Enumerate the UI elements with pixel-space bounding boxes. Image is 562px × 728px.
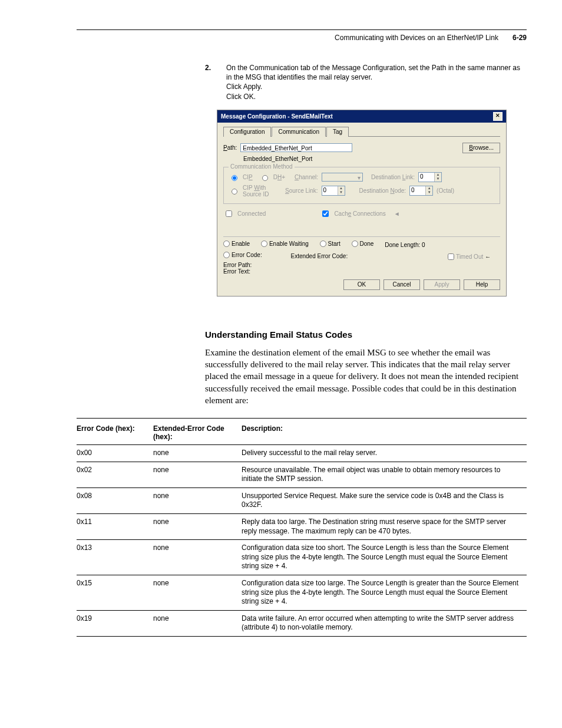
- header-page-number: 6-29: [513, 34, 527, 42]
- dest-link-label: Destination Link:: [371, 174, 415, 180]
- dest-link-spinner[interactable]: 0 ▲▼: [418, 172, 442, 182]
- path-field[interactable]: Embedded_EtherNet_Port: [240, 143, 352, 152]
- table-row: 0x00 none Delivery successful to the mai…: [77, 445, 527, 462]
- table-row: 0x13 none Configuration data size too sh…: [77, 540, 527, 575]
- step-number: 2.: [205, 63, 226, 101]
- channel-dropdown[interactable]: ▾: [322, 173, 363, 182]
- source-link-label: Source Link:: [285, 187, 318, 194]
- status-panel: Enable Enable Waiting Start Done Done Le…: [223, 236, 500, 275]
- table-row: 0x02 none Resource unavailable. The emai…: [77, 462, 527, 487]
- timed-out: Timed Out ←: [445, 252, 491, 262]
- group-title: Communication Method: [229, 163, 295, 170]
- body-paragraph: Examine the destination element of the e…: [205, 347, 527, 406]
- table-row: 0x08 none Unsupported Service Request. M…: [77, 487, 527, 513]
- help-button[interactable]: Help: [464, 279, 500, 290]
- status-done: Done: [352, 241, 374, 247]
- section-heading: Understanding Email Status Codes: [205, 330, 527, 340]
- instruction-step: 2. On the Communication tab of the Messa…: [205, 63, 527, 101]
- error-text: Error Text:: [223, 268, 500, 275]
- table-row: 0x15 none Configuration data size too la…: [77, 575, 527, 610]
- step-line-1: On the Communication tab of the Message …: [226, 63, 527, 82]
- tab-configuration[interactable]: Configuration: [223, 127, 271, 137]
- dialog-titlebar: Message Configuration - SendEMailText ✕: [217, 110, 506, 123]
- error-path: Error Path:: [223, 262, 500, 268]
- dest-node-spinner[interactable]: 0 ▲▼: [409, 186, 433, 196]
- dialog-title-text: Message Configuration - SendEMailText: [221, 113, 333, 120]
- dialog-button-row: OK Cancel Apply Help: [223, 279, 500, 290]
- table-header-ext: Extended-Error Code (hex):: [153, 419, 242, 445]
- dhplus-label: DH+: [273, 174, 285, 180]
- source-link-spinner[interactable]: 0 ▲▼: [322, 186, 345, 196]
- octal-label: (Octal): [437, 187, 454, 194]
- status-error-code: Error Code:: [223, 252, 262, 258]
- error-code-table: Error Code (hex): Extended-Error Code (h…: [77, 418, 527, 637]
- cip-radio[interactable]: [232, 175, 237, 181]
- step-line-2: Click Apply.: [226, 82, 527, 91]
- channel-label: Channel:: [295, 174, 318, 180]
- page-header: Communicating with Devices on an EtherNe…: [77, 34, 527, 42]
- cache-checkbox[interactable]: [322, 210, 329, 217]
- tab-bar: Configuration Communication Tag: [223, 126, 500, 137]
- cancel-button[interactable]: Cancel: [384, 279, 420, 290]
- table-row: 0x19 none Data write failure. An error o…: [77, 610, 527, 636]
- status-enable: Enable: [223, 241, 250, 247]
- path-label: Path:: [223, 144, 237, 151]
- path-echo: Embedded_EtherNet_Port: [243, 156, 312, 162]
- cip-source-radio[interactable]: [232, 189, 237, 195]
- table-header-code: Error Code (hex):: [77, 419, 153, 445]
- dest-node-label: Destination Node:: [359, 187, 406, 194]
- table-row: 0x11 none Reply data too large. The Dest…: [77, 513, 527, 539]
- cache-arrow-icon: ◄: [394, 210, 400, 217]
- cip-label: CIP: [243, 174, 253, 180]
- done-length: Done Length: 0: [385, 242, 425, 248]
- communication-method-group: Communication Method CIP DH+ Channel: ▾ …: [223, 167, 500, 204]
- status-ext-error-code: Extended Error Code:: [290, 253, 348, 259]
- status-enable-waiting: Enable Waiting: [261, 241, 309, 247]
- cache-label: Cache Connections: [334, 210, 385, 217]
- connected-label: Connected: [237, 210, 266, 217]
- connected-checkbox[interactable]: [226, 210, 232, 217]
- header-rule: [77, 29, 527, 30]
- step-text: On the Communication tab of the Message …: [226, 63, 527, 101]
- dhplus-radio[interactable]: [262, 175, 268, 181]
- cip-source-label: CIP WithSource ID: [243, 185, 272, 197]
- tab-communication[interactable]: Communication: [272, 127, 325, 137]
- table-header-desc: Description:: [242, 419, 527, 445]
- apply-button[interactable]: Apply: [424, 279, 460, 290]
- status-start: Start: [320, 241, 340, 247]
- timed-out-checkbox[interactable]: [448, 253, 454, 260]
- tab-tag[interactable]: Tag: [326, 127, 349, 137]
- ok-button[interactable]: OK: [343, 279, 380, 290]
- header-title: Communicating with Devices on an EtherNe…: [335, 34, 498, 42]
- close-icon[interactable]: ✕: [493, 112, 503, 121]
- step-line-3: Click OK.: [226, 92, 527, 101]
- browse-button[interactable]: Browse...: [462, 143, 500, 153]
- message-configuration-dialog: Message Configuration - SendEMailText ✕ …: [217, 110, 507, 297]
